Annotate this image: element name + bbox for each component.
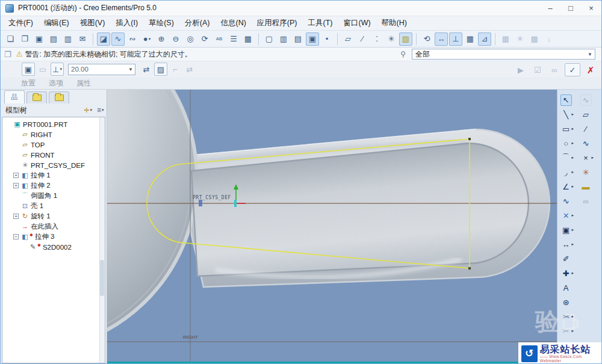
maximize-button[interactable]: □: [560, 1, 581, 16]
text-button[interactable]: A: [560, 282, 572, 294]
point-button[interactable]: ✕: [560, 210, 572, 221]
tree-item-extrude-3[interactable]: −◧✱拉伸 3: [2, 232, 105, 242]
point-pair-button[interactable]: ×: [580, 152, 592, 164]
menu-info[interactable]: 信息(N): [215, 16, 251, 30]
zoom-in-button[interactable]: ⊕: [155, 32, 168, 46]
tree-scroll-thumb[interactable]: [100, 260, 104, 296]
zoom-fit-button[interactable]: ◎: [184, 32, 197, 46]
modify-dims-button[interactable]: ✐: [560, 253, 572, 265]
depth-value-input[interactable]: [69, 65, 122, 73]
constraints-flyout-arrow[interactable]: ▸: [572, 271, 574, 276]
menu-analysis[interactable]: 分析(A): [179, 16, 216, 30]
shaded-sphere-button[interactable]: ●▾: [140, 32, 154, 46]
thicken-sketch-button[interactable]: ⌐: [169, 63, 182, 76]
sketch-orient-button[interactable]: ⟲: [420, 32, 433, 46]
dim-display-button[interactable]: ↔: [435, 32, 448, 46]
arc-flyout-arrow[interactable]: ▸: [572, 155, 574, 160]
palette-button[interactable]: ⊛: [560, 297, 572, 308]
folder-browser-tab[interactable]: [26, 91, 47, 103]
tree-item-right-plane[interactable]: ▱RIGHT: [2, 129, 105, 140]
select-button[interactable]: ↖: [560, 94, 572, 106]
use-edge-button[interactable]: ▣: [560, 224, 572, 236]
resume-button[interactable]: ▶: [514, 63, 527, 76]
menu-tools[interactable]: 工具(T): [303, 16, 338, 30]
sketch-view-button[interactable]: ◪: [97, 32, 110, 46]
tree-settings-button[interactable]: ≡▾: [97, 106, 104, 114]
model-tree-tab[interactable]: 品: [4, 90, 25, 103]
spin-center-button[interactable]: •: [320, 32, 334, 46]
layers-button[interactable]: ☰: [227, 32, 240, 46]
tree-item-top-plane[interactable]: ▱TOP: [2, 140, 105, 150]
vertex-display-button[interactable]: ⊿: [478, 32, 491, 46]
chevron-down-icon[interactable]: ▼: [128, 67, 135, 72]
expander-expanded-icon[interactable]: −: [13, 234, 19, 239]
sketch-setup-button[interactable]: ∿: [111, 32, 125, 46]
menu-view[interactable]: 视图(V): [75, 16, 111, 30]
panel-options-tab[interactable]: 选项: [49, 78, 63, 88]
coord-system-button[interactable]: ✳: [580, 167, 592, 178]
save-file-button[interactable]: ▣: [33, 32, 46, 46]
sketch-collector-button[interactable]: ▭: [36, 63, 49, 76]
chamfer-flyout-arrow[interactable]: ▸: [572, 184, 574, 189]
trim-delete-button[interactable]: ✄: [560, 311, 572, 322]
tree-item-csys[interactable]: ✳PRT_CSYS_DEF: [2, 160, 105, 170]
tree-item-extrude-2[interactable]: +◧拉伸 2: [2, 180, 105, 191]
verify-button[interactable]: ☑: [531, 63, 544, 76]
depth-type-button[interactable]: ⊥▾: [51, 63, 64, 76]
apply-button[interactable]: ✓: [565, 63, 580, 76]
print-button[interactable]: ▤: [47, 32, 60, 46]
depth-type-flyout-arrow[interactable]: ▾: [60, 67, 62, 72]
plane-display-button[interactable]: ▱: [341, 32, 355, 46]
menu-window[interactable]: 窗口(W): [338, 16, 376, 30]
menu-applications[interactable]: 应用程序(P): [252, 16, 303, 30]
conic-curve-button[interactable]: ∿: [580, 138, 592, 149]
chevron-down-icon[interactable]: ▼: [588, 52, 595, 57]
render-settings-button[interactable]: ∾: [126, 32, 139, 46]
open-file-button[interactable]: ❐: [18, 32, 31, 46]
point-flyout-arrow[interactable]: ▸: [572, 213, 574, 218]
view-manager-button[interactable]: ▦: [241, 32, 255, 46]
centerline-button[interactable]: ⁄: [580, 123, 592, 135]
region-select-button[interactable]: ∿: [580, 94, 592, 106]
placement-collector-button[interactable]: ▣: [22, 63, 35, 76]
use-edge-flyout-arrow[interactable]: ▸: [572, 227, 574, 232]
menu-sketch[interactable]: 草绘(S): [143, 16, 179, 30]
grid-display-button[interactable]: ▦: [464, 32, 477, 46]
sketch-vertex-bottom[interactable]: [468, 267, 471, 270]
menu-insert[interactable]: 插入(I): [110, 16, 143, 30]
rectangle-button[interactable]: ▭: [560, 123, 572, 135]
arc-button[interactable]: ⌒: [560, 152, 572, 164]
dimension-button[interactable]: ↔: [560, 239, 572, 250]
shaded-sphere-flyout-arrow[interactable]: ▾: [149, 37, 151, 42]
constraints-button[interactable]: ✚: [560, 268, 572, 279]
print-setup-button[interactable]: ▥: [61, 32, 75, 46]
point-pair-flyout-arrow[interactable]: ▸: [592, 155, 594, 160]
minimize-button[interactable]: –: [540, 1, 560, 16]
fillet-flyout-arrow[interactable]: ▸: [572, 170, 574, 174]
spline-button[interactable]: ∿: [560, 196, 572, 207]
selection-filter-combobox[interactable]: 全部 ▼: [412, 49, 595, 60]
tree-item-front-plane[interactable]: ▱FRONT: [2, 150, 105, 160]
sketch-vertex-top[interactable]: [468, 138, 471, 140]
tree-item-extrude-1[interactable]: +◧拉伸 1: [2, 170, 105, 180]
chamfer-button[interactable]: ∠: [560, 181, 572, 193]
depth-value-combobox[interactable]: ▼: [68, 64, 135, 75]
tree-filters-flyout-arrow[interactable]: ▾: [90, 108, 93, 113]
trim-delete-flyout-arrow[interactable]: ▸: [572, 314, 574, 319]
menu-edit[interactable]: 编辑(E): [39, 16, 75, 30]
tree-item-round-1[interactable]: ⌒倒圆角 1: [2, 191, 105, 201]
send-email-button[interactable]: ✉: [76, 32, 89, 46]
favorites-tab[interactable]: [49, 91, 69, 103]
view-orient-button[interactable]: ⟳: [198, 32, 211, 46]
link-button[interactable]: ∞: [580, 196, 592, 207]
menu-file[interactable]: 文件(F): [3, 16, 39, 30]
line-button[interactable]: ╲: [560, 109, 572, 120]
tree-settings-flyout-arrow[interactable]: ▾: [102, 108, 104, 113]
csys-display-button[interactable]: ✳: [385, 32, 398, 46]
highlight-open-ends-button[interactable]: ▦: [499, 32, 512, 46]
shaded-display-button[interactable]: ▣: [306, 32, 319, 46]
expander-collapsed-icon[interactable]: +: [13, 183, 19, 188]
corner-trim-button[interactable]: ✂: [560, 325, 572, 337]
overlap-geometry-button[interactable]: ✳: [514, 32, 527, 46]
panel-placement-tab[interactable]: 放置: [21, 78, 36, 88]
